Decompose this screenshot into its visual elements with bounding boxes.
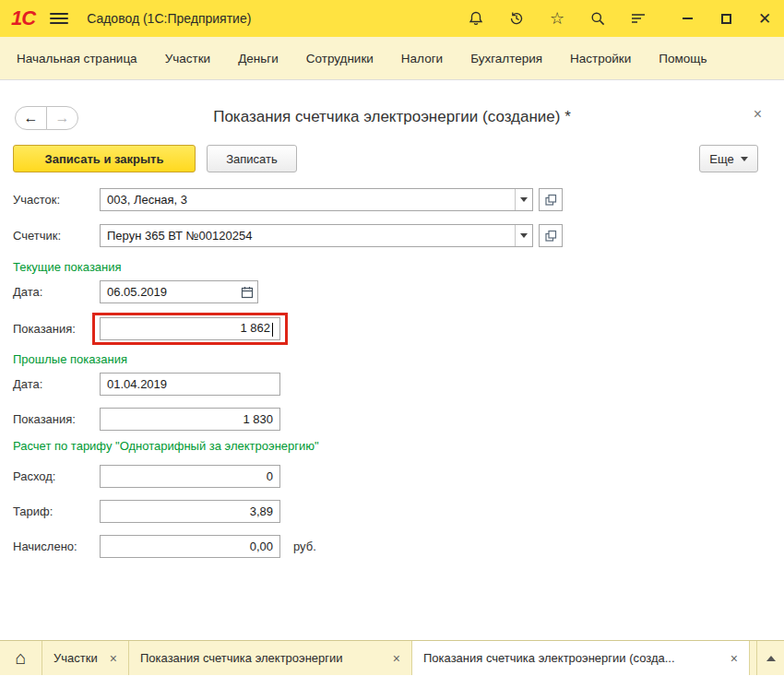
tab-meter-readings-label: Показания счетчика электроэнергии <box>140 651 343 665</box>
current-reading-field[interactable]: 1 862 <box>100 317 280 340</box>
tab-home[interactable]: ⌂ <box>0 641 42 675</box>
tab-plots-close-icon[interactable]: × <box>110 651 117 666</box>
plot-open-button[interactable] <box>539 188 563 211</box>
more-button[interactable]: Еще <box>699 145 758 172</box>
more-button-label: Еще <box>709 152 733 166</box>
current-date-field[interactable]: 06.05.2019 <box>100 280 258 303</box>
previous-reading-label: Показания: <box>13 408 76 431</box>
current-reading-value: 1 862 <box>240 321 270 335</box>
minimize-icon[interactable] <box>679 10 695 27</box>
form-area: ← → Показания счетчика электроэнергии (с… <box>0 80 784 640</box>
tab-plots[interactable]: Участки × <box>42 641 129 675</box>
meter-open-button[interactable] <box>539 224 563 247</box>
accrued-field[interactable]: 0,00 <box>100 535 280 558</box>
window-title: Садовод (1С:Предприятие) <box>87 11 251 26</box>
save-button[interactable]: Записать <box>207 145 297 172</box>
save-and-close-button[interactable]: Записать и закрыть <box>13 145 196 172</box>
rate-field[interactable]: 3,89 <box>100 500 280 523</box>
favorites-star-icon[interactable]: ☆ <box>548 9 566 28</box>
tariff-calc-header: Расчет по тарифу "Однотарифный за электр… <box>13 439 319 454</box>
tabbar-scroll-up-button[interactable] <box>756 641 784 675</box>
service-menu-icon[interactable] <box>629 9 647 28</box>
consumption-field[interactable]: 0 <box>100 465 280 488</box>
current-date-label: Дата: <box>13 280 42 303</box>
accrued-value: 0,00 <box>101 540 279 553</box>
titlebar-icons: ☆ <box>467 9 647 28</box>
rate-value: 3,89 <box>101 504 279 518</box>
previous-date-label: Дата: <box>13 373 42 396</box>
plot-field[interactable]: 003, Лесная, 3 <box>100 188 533 211</box>
menu-item-employees[interactable]: Сотрудники <box>306 52 374 65</box>
menu-item-help[interactable]: Помощь <box>659 52 707 65</box>
menu-item-money[interactable]: Деньги <box>238 52 279 65</box>
window-controls: ✕ <box>679 10 773 27</box>
calendar-icon[interactable] <box>237 281 257 302</box>
accrued-label: Начислено: <box>13 535 77 558</box>
plot-label: Участок: <box>13 188 60 211</box>
1c-logo: 1С <box>11 6 35 30</box>
text-caret <box>272 323 273 337</box>
open-windows-tabbar: ⌂ Участки × Показания счетчика электроэн… <box>0 640 784 675</box>
meter-dropdown-icon[interactable] <box>515 225 532 246</box>
previous-date-value: 01.04.2019 <box>101 377 279 391</box>
menu-item-taxes[interactable]: Налоги <box>401 52 443 65</box>
plot-dropdown-icon[interactable] <box>515 189 532 210</box>
menu-item-plots[interactable]: Участки <box>165 52 211 65</box>
currency-label: руб. <box>293 535 316 558</box>
tab-meter-readings-new-close-icon[interactable]: × <box>731 651 738 666</box>
app-window: 1С Садовод (1С:Предприятие) ☆ ✕ Начальн <box>0 0 784 676</box>
menu-item-home[interactable]: Начальная страница <box>17 52 137 65</box>
titlebar: 1С Садовод (1С:Предприятие) ☆ ✕ <box>0 0 784 37</box>
current-readings-header: Текущие показания <box>13 260 122 275</box>
form-title: Показания счетчика электроэнергии (созда… <box>0 108 784 126</box>
menu-item-settings[interactable]: Настройки <box>570 52 631 65</box>
current-date-value: 06.05.2019 <box>101 285 237 299</box>
main-menu: Начальная страница Участки Деньги Сотруд… <box>0 37 784 80</box>
chevron-down-icon <box>741 157 748 161</box>
tab-meter-readings-new-label: Показания счетчика электроэнергии (созда… <box>423 651 675 665</box>
close-form-icon[interactable]: × <box>754 106 762 123</box>
previous-reading-field[interactable]: 1 830 <box>100 408 280 431</box>
rate-label: Тариф: <box>13 500 53 523</box>
previous-date-field[interactable]: 01.04.2019 <box>100 373 280 396</box>
search-icon[interactable] <box>588 9 607 28</box>
meter-field[interactable]: Перун 365 ВТ №00120254 <box>100 224 533 247</box>
chevron-up-icon <box>766 656 776 661</box>
tab-plots-label: Участки <box>53 651 98 665</box>
meter-label: Счетчик: <box>13 224 61 247</box>
history-icon[interactable] <box>507 9 526 28</box>
main-menu-icon[interactable] <box>50 13 68 24</box>
tab-meter-readings-close-icon[interactable]: × <box>393 651 400 666</box>
plot-value: 003, Лесная, 3 <box>101 193 515 207</box>
menu-item-accounting[interactable]: Бухгалтерия <box>470 52 542 65</box>
meter-value: Перун 365 ВТ №00120254 <box>101 229 515 243</box>
notifications-bell-icon[interactable] <box>467 9 485 28</box>
consumption-label: Расход: <box>13 465 55 488</box>
current-reading-label: Показания: <box>13 317 76 340</box>
maximize-icon[interactable] <box>718 10 734 27</box>
tab-meter-readings-new[interactable]: Показания счетчика электроэнергии (созда… <box>412 641 750 675</box>
home-icon: ⌂ <box>15 647 26 669</box>
previous-readings-header: Прошлые показания <box>13 352 127 367</box>
close-window-icon[interactable]: ✕ <box>756 10 773 27</box>
consumption-value: 0 <box>101 469 279 483</box>
tab-meter-readings[interactable]: Показания счетчика электроэнергии × <box>129 641 412 675</box>
previous-reading-value: 1 830 <box>101 412 279 426</box>
